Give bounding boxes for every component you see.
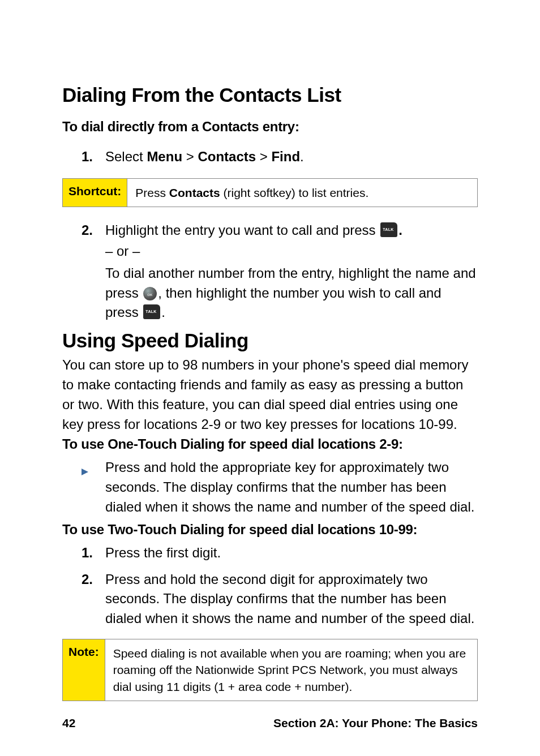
text: Highlight the entry you want to call and… <box>105 222 379 238</box>
step-body: Press and hold the second digit for appr… <box>105 570 478 629</box>
text: (right softkey) to list entries. <box>220 186 369 199</box>
bullet-marker <box>82 458 105 517</box>
step-body: Press the first digit. <box>105 543 478 563</box>
subhead-two-touch: To use Two-Touch Dialing for speed dial … <box>62 522 478 538</box>
step-number: 2. <box>82 570 105 629</box>
talk-key-icon <box>143 304 160 319</box>
section-title: Section 2A: Your Phone: The Basics <box>273 716 478 730</box>
step-number: 1. <box>82 543 105 563</box>
subhead-one-touch: To use One-Touch Dialing for speed dial … <box>62 436 478 452</box>
bullet-text: Press and hold the appropriate key for a… <box>105 458 478 517</box>
step-body: Highlight the entry you want to call and… <box>105 221 478 323</box>
step-number: 2. <box>82 221 105 323</box>
find-label: Find <box>271 149 300 164</box>
step-2-second-digit: 2. Press and hold the second digit for a… <box>82 570 478 629</box>
talk-key-icon <box>380 222 397 237</box>
step-1-select-menu: 1. Select Menu > Contacts > Find. <box>82 147 478 167</box>
text: Select <box>105 149 147 164</box>
step-2-highlight-entry: 2. Highlight the entry you want to call … <box>82 221 478 323</box>
text: . <box>161 304 165 320</box>
text: . <box>398 222 402 238</box>
note-callout: Note: Speed dialing is not available whe… <box>62 639 478 701</box>
contacts-softkey: Contacts <box>169 186 220 199</box>
separator: > <box>182 149 198 164</box>
bullet-one-touch: Press and hold the appropriate key for a… <box>82 458 478 517</box>
step-1-first-digit: 1. Press the first digit. <box>82 543 478 563</box>
speed-dialing-paragraph: You can store up to 98 numbers in your p… <box>62 355 478 434</box>
heading-using-speed-dialing: Using Speed Dialing <box>62 329 478 352</box>
step-body: Select Menu > Contacts > Find. <box>105 147 478 167</box>
text: Press <box>135 186 169 199</box>
contacts-label: Contacts <box>198 149 256 164</box>
page-number: 42 <box>62 716 75 730</box>
step-number: 1. <box>82 147 105 167</box>
triangle-icon <box>82 469 88 475</box>
period: . <box>300 149 304 164</box>
subhead-dial-directly: To dial directly from a Contacts entry: <box>62 119 478 135</box>
heading-dialing-from-contacts: Dialing From the Contacts List <box>62 84 478 106</box>
or-separator: – or – <box>105 242 478 261</box>
menu-label: Menu <box>147 149 182 164</box>
separator: > <box>256 149 271 164</box>
note-label: Note: <box>63 639 105 701</box>
shortcut-label: Shortcut: <box>63 179 127 207</box>
note-body: Speed dialing is not available when you … <box>105 639 477 701</box>
shortcut-body: Press Contacts (right softkey) to list e… <box>127 179 477 207</box>
shortcut-callout: Shortcut: Press Contacts (right softkey)… <box>62 178 478 207</box>
ok-key-icon <box>143 287 157 300</box>
page-footer: 42 Section 2A: Your Phone: The Basics <box>62 716 478 730</box>
